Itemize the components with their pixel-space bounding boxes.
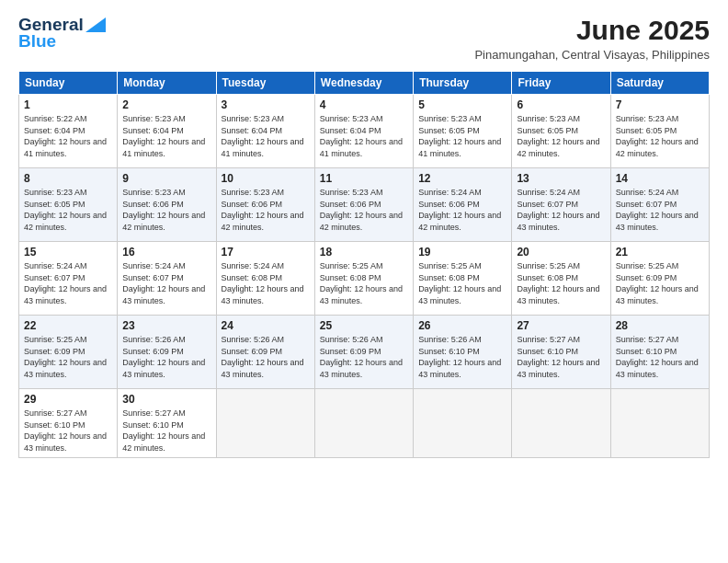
header-tuesday: Tuesday xyxy=(216,72,314,95)
calendar-cell: 30 Sunrise: 5:27 AMSunset: 6:10 PMDaylig… xyxy=(118,389,216,458)
calendar-cell: 28 Sunrise: 5:27 AMSunset: 6:10 PMDaylig… xyxy=(610,316,709,389)
day-number: 15 xyxy=(24,246,112,259)
day-number: 12 xyxy=(418,172,506,185)
day-info: Sunrise: 5:24 AMSunset: 6:06 PMDaylight:… xyxy=(418,188,501,232)
day-info: Sunrise: 5:25 AMSunset: 6:09 PMDaylight:… xyxy=(616,261,699,305)
day-number: 21 xyxy=(616,246,704,259)
calendar-cell xyxy=(610,389,709,458)
calendar-cell: 27 Sunrise: 5:27 AMSunset: 6:10 PMDaylig… xyxy=(512,316,610,389)
day-info: Sunrise: 5:27 AMSunset: 6:10 PMDaylight:… xyxy=(24,408,107,453)
day-number: 13 xyxy=(517,172,605,185)
day-info: Sunrise: 5:23 AMSunset: 6:04 PMDaylight:… xyxy=(222,114,304,158)
day-number: 11 xyxy=(320,172,408,185)
calendar-cell: 7 Sunrise: 5:23 AMSunset: 6:05 PMDayligh… xyxy=(610,95,709,168)
calendar-week-4: 22 Sunrise: 5:25 AMSunset: 6:09 PMDaylig… xyxy=(19,316,710,389)
calendar-cell: 15 Sunrise: 5:24 AMSunset: 6:07 PMDaylig… xyxy=(19,242,118,316)
calendar-cell xyxy=(414,389,512,458)
day-info: Sunrise: 5:23 AMSunset: 6:05 PMDaylight:… xyxy=(517,114,599,158)
day-number: 23 xyxy=(122,319,210,332)
day-info: Sunrise: 5:23 AMSunset: 6:05 PMDaylight:… xyxy=(418,114,501,158)
calendar-cell: 22 Sunrise: 5:25 AMSunset: 6:09 PMDaylig… xyxy=(19,316,118,389)
svg-marker-0 xyxy=(85,17,106,32)
main-title: June 2025 xyxy=(474,15,710,46)
calendar-cell: 9 Sunrise: 5:23 AMSunset: 6:06 PMDayligh… xyxy=(118,168,216,242)
day-info: Sunrise: 5:24 AMSunset: 6:08 PMDaylight:… xyxy=(222,261,304,305)
day-number: 26 xyxy=(418,319,506,332)
day-number: 18 xyxy=(320,246,408,259)
page: General Blue June 2025 Pinamungahan, Cen… xyxy=(0,0,728,563)
logo: General Blue xyxy=(18,15,106,52)
day-info: Sunrise: 5:23 AMSunset: 6:05 PMDaylight:… xyxy=(616,114,699,158)
calendar-cell: 24 Sunrise: 5:26 AMSunset: 6:09 PMDaylig… xyxy=(216,316,314,389)
calendar-cell: 19 Sunrise: 5:25 AMSunset: 6:08 PMDaylig… xyxy=(414,242,512,316)
calendar-cell: 1 Sunrise: 5:22 AMSunset: 6:04 PMDayligh… xyxy=(19,95,118,168)
header-monday: Monday xyxy=(118,72,216,95)
header-friday: Friday xyxy=(512,72,610,95)
day-number: 30 xyxy=(122,393,210,406)
subtitle: Pinamungahan, Central Visayas, Philippin… xyxy=(474,48,710,62)
day-info: Sunrise: 5:26 AMSunset: 6:09 PMDaylight:… xyxy=(222,335,304,379)
day-number: 27 xyxy=(517,319,605,332)
day-info: Sunrise: 5:24 AMSunset: 6:07 PMDaylight:… xyxy=(122,261,205,305)
day-number: 28 xyxy=(616,319,704,332)
day-info: Sunrise: 5:25 AMSunset: 6:08 PMDaylight:… xyxy=(418,261,501,305)
day-number: 9 xyxy=(122,172,210,185)
day-number: 7 xyxy=(616,98,704,111)
calendar-header-row: Sunday Monday Tuesday Wednesday Thursday… xyxy=(19,72,710,95)
calendar-week-1: 1 Sunrise: 5:22 AMSunset: 6:04 PMDayligh… xyxy=(19,95,710,168)
calendar-week-2: 8 Sunrise: 5:23 AMSunset: 6:05 PMDayligh… xyxy=(19,168,710,242)
day-info: Sunrise: 5:22 AMSunset: 6:04 PMDaylight:… xyxy=(24,114,107,158)
day-info: Sunrise: 5:25 AMSunset: 6:08 PMDaylight:… xyxy=(517,261,599,305)
calendar-cell: 8 Sunrise: 5:23 AMSunset: 6:05 PMDayligh… xyxy=(19,168,118,242)
logo-icon xyxy=(85,17,106,32)
calendar-cell: 14 Sunrise: 5:24 AMSunset: 6:07 PMDaylig… xyxy=(610,168,709,242)
day-info: Sunrise: 5:26 AMSunset: 6:09 PMDaylight:… xyxy=(122,335,205,379)
calendar-cell: 13 Sunrise: 5:24 AMSunset: 6:07 PMDaylig… xyxy=(512,168,610,242)
header-saturday: Saturday xyxy=(610,72,709,95)
day-number: 2 xyxy=(122,98,210,111)
calendar-cell: 21 Sunrise: 5:25 AMSunset: 6:09 PMDaylig… xyxy=(610,242,709,316)
day-info: Sunrise: 5:23 AMSunset: 6:04 PMDaylight:… xyxy=(122,114,205,158)
calendar-cell xyxy=(216,389,314,458)
calendar-cell: 23 Sunrise: 5:26 AMSunset: 6:09 PMDaylig… xyxy=(118,316,216,389)
day-number: 19 xyxy=(418,246,506,259)
header: General Blue June 2025 Pinamungahan, Cen… xyxy=(18,15,710,62)
calendar-cell: 4 Sunrise: 5:23 AMSunset: 6:04 PMDayligh… xyxy=(314,95,413,168)
day-number: 29 xyxy=(24,393,112,406)
calendar-cell: 16 Sunrise: 5:24 AMSunset: 6:07 PMDaylig… xyxy=(118,242,216,316)
calendar-cell: 12 Sunrise: 5:24 AMSunset: 6:06 PMDaylig… xyxy=(414,168,512,242)
day-info: Sunrise: 5:23 AMSunset: 6:04 PMDaylight:… xyxy=(320,114,403,158)
day-info: Sunrise: 5:24 AMSunset: 6:07 PMDaylight:… xyxy=(616,188,699,232)
day-number: 4 xyxy=(320,98,408,111)
day-info: Sunrise: 5:23 AMSunset: 6:06 PMDaylight:… xyxy=(222,188,304,232)
day-info: Sunrise: 5:26 AMSunset: 6:10 PMDaylight:… xyxy=(418,335,501,379)
logo-blue: Blue xyxy=(18,31,56,52)
calendar-cell: 29 Sunrise: 5:27 AMSunset: 6:10 PMDaylig… xyxy=(19,389,118,458)
day-number: 3 xyxy=(222,98,310,111)
calendar-cell: 18 Sunrise: 5:25 AMSunset: 6:08 PMDaylig… xyxy=(314,242,413,316)
day-info: Sunrise: 5:24 AMSunset: 6:07 PMDaylight:… xyxy=(517,188,599,232)
day-number: 6 xyxy=(517,98,605,111)
day-number: 10 xyxy=(222,172,310,185)
header-sunday: Sunday xyxy=(19,72,118,95)
day-number: 20 xyxy=(517,246,605,259)
day-number: 25 xyxy=(320,319,408,332)
day-info: Sunrise: 5:23 AMSunset: 6:05 PMDaylight:… xyxy=(24,188,107,232)
title-area: June 2025 Pinamungahan, Central Visayas,… xyxy=(474,15,710,62)
day-number: 24 xyxy=(222,319,310,332)
day-number: 17 xyxy=(222,246,310,259)
day-info: Sunrise: 5:23 AMSunset: 6:06 PMDaylight:… xyxy=(122,188,205,232)
calendar-week-5: 29 Sunrise: 5:27 AMSunset: 6:10 PMDaylig… xyxy=(19,389,710,458)
header-thursday: Thursday xyxy=(414,72,512,95)
calendar-cell xyxy=(512,389,610,458)
calendar-cell: 17 Sunrise: 5:24 AMSunset: 6:08 PMDaylig… xyxy=(216,242,314,316)
calendar-cell xyxy=(314,389,413,458)
day-number: 8 xyxy=(24,172,112,185)
calendar-cell: 6 Sunrise: 5:23 AMSunset: 6:05 PMDayligh… xyxy=(512,95,610,168)
day-info: Sunrise: 5:27 AMSunset: 6:10 PMDaylight:… xyxy=(122,408,205,453)
day-info: Sunrise: 5:26 AMSunset: 6:09 PMDaylight:… xyxy=(320,335,403,379)
day-number: 16 xyxy=(122,246,210,259)
day-info: Sunrise: 5:23 AMSunset: 6:06 PMDaylight:… xyxy=(320,188,403,232)
calendar-table: Sunday Monday Tuesday Wednesday Thursday… xyxy=(18,71,710,458)
day-info: Sunrise: 5:27 AMSunset: 6:10 PMDaylight:… xyxy=(616,335,699,379)
